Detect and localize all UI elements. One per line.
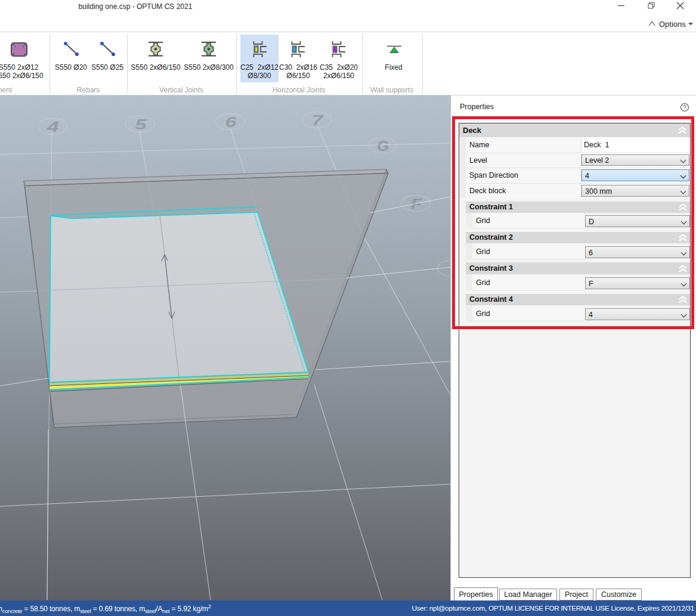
svg-text:4: 4 <box>46 119 59 135</box>
svg-text:?: ? <box>683 104 686 111</box>
svg-text:7: 7 <box>312 113 324 128</box>
svg-text:6: 6 <box>225 114 237 130</box>
svg-text:5: 5 <box>135 117 148 132</box>
svg-text:F: F <box>411 196 422 212</box>
svg-text:G: G <box>377 138 389 154</box>
